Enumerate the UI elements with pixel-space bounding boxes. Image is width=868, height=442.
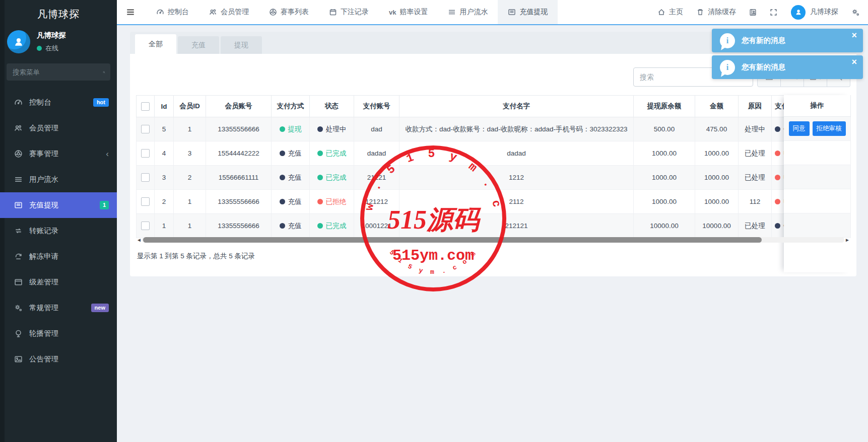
sidebar-item-user-flow[interactable]: 用户流水 [0,167,117,192]
tab-all[interactable]: 全部 [135,34,176,54]
settings-button[interactable] [845,0,868,24]
cell-id: 1 [155,214,174,238]
scroll-left-arrow-icon[interactable] [136,238,142,243]
scroll-right-arrow-icon[interactable] [844,238,850,243]
select-all-header [137,96,155,117]
close-icon[interactable] [851,55,863,66]
row-checkbox[interactable] [141,125,150,133]
table-header-row: Id 会员ID 会员账号 支付方式 状态 支付账号 支付名字 提现原余额 金额 … [137,96,851,117]
nav-item-bet-records[interactable]: 下注记录 [319,0,379,24]
nav-item-odds-settings[interactable]: 赔率设置 [379,0,438,24]
username-label: 凡博球探 [810,8,838,17]
home-button[interactable]: 主页 [651,0,690,24]
sidebar-item-transfer-records[interactable]: 转账记录 [0,218,117,244]
address-book-button[interactable] [743,0,763,24]
sidebar-item-label: 充值提现 [29,200,58,210]
info-icon: i [720,60,735,75]
nav-item-user-flow[interactable]: 用户流水 [438,0,498,24]
tab-withdraw[interactable]: 提现 [221,36,262,54]
cell-account: 13355556666 [206,214,272,238]
cell-amount: 1000.00 [695,190,739,214]
address-book-icon [749,8,757,17]
nav-item-label: 用户流水 [459,8,488,17]
status-dot-icon [280,175,285,180]
row-checkbox[interactable] [141,222,150,230]
avatar [7,30,30,53]
card-body: Id 会员ID 会员账号 支付方式 状态 支付账号 支付名字 提现原余额 金额 … [130,54,856,276]
cell-reason: 已处理 [739,166,772,190]
sidebar-item-recharge-withdraw[interactable]: 充值提现 1 [0,192,117,218]
row-checkbox[interactable] [141,149,150,158]
cell-pay-name: 212121 [399,214,634,238]
col-header-pay-account: 支付账号 [354,96,399,117]
menu-search-input[interactable] [12,68,103,77]
cell-status: 已拒绝 [310,190,354,214]
nav-item-label: 控制台 [168,8,189,17]
cell-amount: 1000.00 [695,141,739,166]
sidebar-item-general[interactable]: 常规管理 new [0,295,117,321]
sidebar-item-unfreeze[interactable]: 解冻申请 [0,244,117,269]
status-dot-icon [317,151,323,156]
clear-cache-button[interactable]: 清除缓存 [690,0,743,24]
scrollbar-track[interactable] [142,237,844,243]
status-dot-icon [280,199,285,204]
cell-status: 已完成 [310,141,354,166]
cell-member-id: 1 [174,117,206,141]
row-checkbox[interactable] [141,173,150,182]
user-profile[interactable]: 凡博球探 在线 [0,26,117,60]
close-icon[interactable] [851,29,863,40]
nav-item-members[interactable]: 会员管理 [199,0,259,24]
cell-id: 3 [155,166,174,190]
sidebar-item-label: 常规管理 [29,303,58,313]
col-header-amount: 金额 [695,96,739,117]
sidebar-item-carousel[interactable]: 轮播管理 [0,321,117,346]
nav-item-match-list[interactable]: 赛事列表 [259,0,319,24]
sidebar-item-console[interactable]: 控制台 hot [0,90,117,115]
main-content: 全部 充值 提现 [117,25,868,442]
cell-status: 已完成 [310,166,354,190]
sidebar-item-matches[interactable]: 赛事管理 [0,141,117,167]
reject-button[interactable]: 拒绝审核 [813,121,846,136]
vk-icon [389,8,396,16]
approve-button[interactable]: 同意 [789,121,810,136]
nav-item-recharge-withdraw[interactable]: 充值提现 [498,0,558,24]
action-cell [784,189,850,213]
cell-reason: 已处理 [739,141,772,166]
sidebar-item-level-diff[interactable]: 级差管理 [0,269,117,295]
cell-id: 2 [155,190,174,214]
status-dot-icon [317,199,323,204]
fullscreen-button[interactable] [763,0,784,24]
nav-item-label: 会员管理 [221,8,249,17]
deposit-icon [508,8,516,16]
cell-reason: 处理中 [739,117,772,141]
sidebar-item-announcements[interactable]: 公告管理 [0,346,117,372]
home-label: 主页 [669,8,683,17]
search-icon[interactable] [103,68,105,76]
data-table-zone: Id 会员ID 会员账号 支付方式 状态 支付账号 支付名字 提现原余额 金额 … [136,95,850,238]
online-dot-icon [37,46,42,51]
tab-recharge[interactable]: 充值 [178,36,219,54]
scrollbar-thumb[interactable] [143,237,762,243]
cell-amount: 475.00 [695,117,739,141]
admin-screen: 凡博球探 凡博球探 在线 控制台 hot [0,0,868,442]
sidebar-item-label: 轮播管理 [29,329,58,338]
tab-label: 全部 [149,40,163,49]
hamburger-icon[interactable] [117,8,146,17]
notification-toast: i 您有新的消息 [712,55,863,79]
cell-balance: 1000.00 [634,166,695,190]
sidebar-item-label: 赛事管理 [29,149,58,159]
expand-icon [769,8,778,17]
sidebar-item-label: 转账记录 [29,226,58,236]
nav-item-console[interactable]: 控制台 [146,0,199,24]
cell-member-id: 2 [174,166,206,190]
status-dot-icon [775,126,780,132]
row-checkbox[interactable] [141,197,150,206]
col-header-actions: 操作 [784,95,850,117]
cell-amount: 1000.00 [695,166,739,190]
user-menu[interactable]: 凡博球探 [784,5,845,20]
cell-method: 充值 [272,166,310,190]
user-status: 在线 [37,44,66,53]
sidebar-item-members[interactable]: 会员管理 [0,115,117,141]
select-all-checkbox[interactable] [141,102,150,111]
users-icon [209,8,217,16]
